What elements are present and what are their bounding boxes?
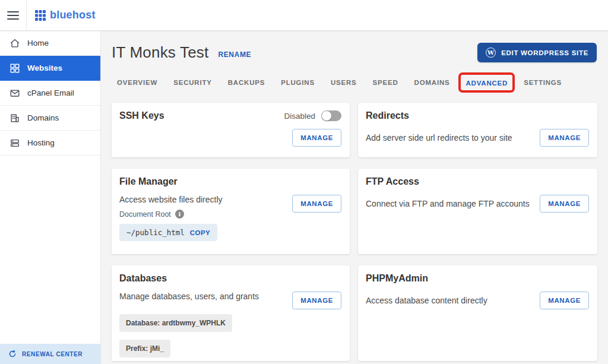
phpmyadmin-card: PHPMyAdmin Access database content direc… [358, 265, 597, 361]
sidebar-item-label: cPanel Email [27, 88, 74, 97]
redirects-manage-button[interactable]: MANAGE [540, 129, 589, 147]
file-manager-manage-button[interactable]: MANAGE [292, 195, 341, 213]
databases-manage-button[interactable]: MANAGE [292, 292, 341, 309]
tab-settings[interactable]: SETTINGS [524, 79, 562, 86]
tab-security[interactable]: SECURITY [173, 79, 212, 86]
ftp-access-manage-button[interactable]: MANAGE [540, 195, 589, 213]
card-title: File Manager [119, 176, 178, 186]
sidebar-item-label: Hosting [27, 138, 55, 147]
renewal-center-label: RENEWAL CENTER [22, 351, 83, 357]
page-header: IT Monks Test RENAME W EDIT WORDPRESS SI… [112, 43, 597, 62]
card-description: Add server side url redirects to your si… [366, 129, 512, 143]
document-root-chip: ~/public_html COPY [119, 224, 217, 241]
sidebar-item-label: Domains [27, 113, 59, 122]
sidebar-item-label: Home [27, 39, 49, 48]
database-prefix-chip: Prefix: jMi_ [119, 340, 170, 357]
logo-text: bluehost [50, 9, 96, 21]
sidebar-item-websites[interactable]: Websites [0, 56, 100, 81]
sidebar-item-cpanel-email[interactable]: cPanel Email [0, 81, 100, 106]
bluehost-logo[interactable]: bluehost [27, 9, 96, 21]
cards-grid: SSH Keys Disabled MANAGE Redirects Add s… [112, 103, 597, 361]
redirects-card: Redirects Add server side url redirects … [358, 103, 597, 157]
building-icon [10, 113, 20, 124]
copy-button[interactable]: COPY [190, 229, 210, 236]
card-description: Access database content directly [366, 292, 487, 305]
tab-advanced[interactable]: ADVANCED [466, 80, 508, 87]
sidebar-item-home[interactable]: Home [0, 31, 100, 56]
file-manager-card: File Manager Access website files direct… [112, 169, 350, 254]
server-icon [10, 138, 20, 148]
envelope-icon [10, 88, 20, 99]
wordpress-icon: W [486, 48, 496, 58]
card-title: PHPMyAdmin [366, 273, 428, 283]
bluehost-grid-icon [35, 10, 46, 21]
toggle-knob [322, 111, 331, 121]
rename-link[interactable]: RENAME [218, 50, 251, 59]
card-title: Databases [119, 273, 167, 283]
hamburger-menu-icon[interactable] [0, 0, 26, 31]
edit-wordpress-site-label: EDIT WORDPRESS SITE [501, 49, 588, 56]
database-name-chip: Database: ardtbwmy_WPHLK [119, 314, 232, 332]
card-title: SSH Keys [119, 110, 164, 121]
edit-wordpress-site-button[interactable]: W EDIT WORDPRESS SITE [477, 43, 597, 62]
databases-card: Databases Manage databases, users, and g… [112, 265, 350, 361]
sidebar-item-label: Websites [27, 64, 62, 72]
tab-speed[interactable]: SPEED [373, 79, 398, 86]
tab-bar: OVERVIEW SECURITY BACKUPS PLUGINS USERS … [112, 77, 597, 88]
card-title: FTP Access [366, 176, 419, 186]
tab-backups[interactable]: BACKUPS [228, 79, 265, 86]
ssh-keys-card: SSH Keys Disabled MANAGE [112, 103, 350, 157]
tab-overview[interactable]: OVERVIEW [117, 79, 157, 86]
card-title: Redirects [366, 110, 409, 121]
ssh-keys-toggle[interactable] [321, 110, 341, 121]
renewal-center-link[interactable]: RENEWAL CENTER [0, 344, 100, 364]
sidebar: Home Websites cPanel Email Domains Hosti… [0, 31, 101, 364]
ftp-access-card: FTP Access Connect via FTP and manage FT… [358, 169, 597, 254]
sidebar-item-hosting[interactable]: Hosting [0, 131, 100, 156]
main-content: IT Monks Test RENAME W EDIT WORDPRESS SI… [101, 31, 608, 364]
ssh-keys-manage-button[interactable]: MANAGE [292, 129, 341, 147]
info-icon[interactable]: i [175, 210, 184, 219]
card-description: Manage databases, users, and grants [119, 287, 259, 301]
tab-domains[interactable]: DOMAINS [414, 79, 450, 86]
home-icon [10, 38, 20, 49]
document-root-value: ~/public_html [126, 228, 185, 237]
sidebar-item-domains[interactable]: Domains [0, 106, 100, 131]
top-bar: bluehost [0, 0, 608, 31]
websites-grid-icon [10, 63, 20, 74]
document-root-label: Document Root [119, 210, 171, 219]
tab-plugins[interactable]: PLUGINS [281, 79, 315, 86]
renewal-icon [8, 350, 17, 358]
card-description: Access website files directly [119, 191, 223, 204]
page-title: IT Monks Test [112, 43, 208, 62]
tab-users[interactable]: USERS [331, 79, 357, 86]
card-description: Connect via FTP and manage FTP accounts [366, 195, 530, 208]
toggle-status-label: Disabled [284, 112, 315, 121]
phpmyadmin-manage-button[interactable]: MANAGE [540, 292, 589, 309]
